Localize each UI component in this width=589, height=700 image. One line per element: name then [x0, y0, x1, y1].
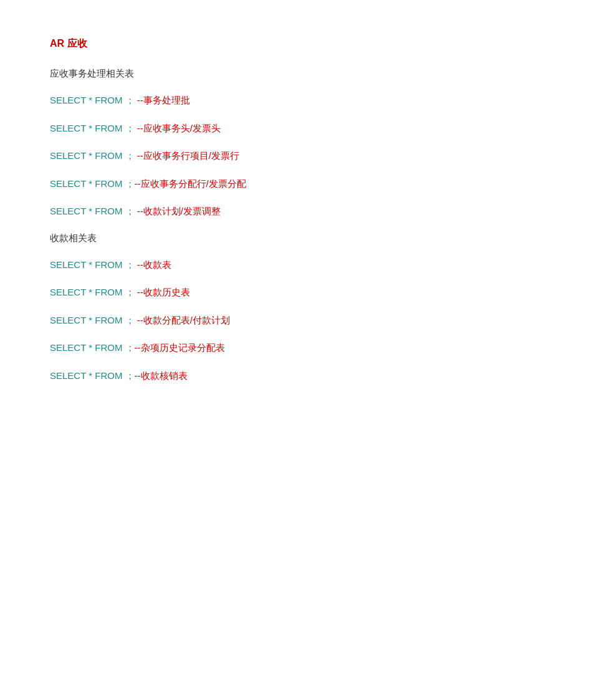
sql-keyword-3: SELECT * FROM ； — [50, 150, 135, 161]
sql-keyword-7: SELECT * FROM ； — [50, 287, 135, 297]
sql-line-6: SELECT * FROM ； --收款表 — [50, 258, 539, 272]
sql-comment-7: --收款历史表 — [135, 287, 190, 297]
receipt-subtitle: 收款相关表 — [50, 233, 539, 244]
sql-comment-3: --应收事务行项目/发票行 — [135, 150, 239, 161]
sql-keyword-9: SELECT * FROM ； — [50, 342, 135, 353]
sql-keyword-6: SELECT * FROM ； — [50, 259, 135, 270]
sql-comment-8: --收款分配表/付款计划 — [135, 315, 230, 325]
sql-line-7: SELECT * FROM ； --收款历史表 — [50, 285, 539, 300]
sql-line-1: SELECT * FROM ； --事务处理批 — [50, 93, 539, 108]
sql-line-3: SELECT * FROM ； --应收事务行项目/发票行 — [50, 149, 539, 163]
sql-line-8: SELECT * FROM ； --收款分配表/付款计划 — [50, 314, 539, 328]
ar-transactions-subtitle: 应收事务处理相关表 — [50, 68, 539, 80]
sql-comment-10: --收款核销表 — [135, 370, 188, 381]
sql-line-10: SELECT * FROM ；--收款核销表 — [50, 369, 539, 383]
sql-keyword-5: SELECT * FROM ； — [50, 206, 135, 216]
receipt-section: 收款相关表 SELECT * FROM ； --收款表 SELECT * FRO… — [50, 233, 539, 383]
sql-line-4: SELECT * FROM ；--应收事务分配行/发票分配 — [50, 177, 539, 191]
sql-keyword-2: SELECT * FROM ； — [50, 123, 135, 133]
page-container: AR 应收 应收事务处理相关表 SELECT * FROM ； --事务处理批 … — [0, 0, 589, 434]
sql-comment-2: --应收事务头/发票头 — [135, 123, 221, 133]
sql-comment-5: --收款计划/发票调整 — [135, 206, 221, 216]
sql-keyword-4: SELECT * FROM ； — [50, 178, 135, 189]
sql-keyword-1: SELECT * FROM ； — [50, 95, 135, 105]
sql-line-2: SELECT * FROM ； --应收事务头/发票头 — [50, 122, 539, 136]
sql-keyword-8: SELECT * FROM ； — [50, 315, 135, 325]
sql-comment-1: --事务处理批 — [135, 95, 190, 105]
sql-comment-4: --应收事务分配行/发票分配 — [135, 178, 246, 189]
sql-line-5: SELECT * FROM ； --收款计划/发票调整 — [50, 204, 539, 219]
sql-line-9: SELECT * FROM ；--杂项历史记录分配表 — [50, 341, 539, 355]
main-title: AR 应收 — [50, 37, 539, 50]
sql-keyword-10: SELECT * FROM ； — [50, 370, 135, 381]
sql-comment-6: --收款表 — [135, 259, 171, 270]
sql-comment-9: --杂项历史记录分配表 — [135, 342, 225, 353]
ar-transactions-section: 应收事务处理相关表 SELECT * FROM ； --事务处理批 SELECT… — [50, 68, 539, 219]
